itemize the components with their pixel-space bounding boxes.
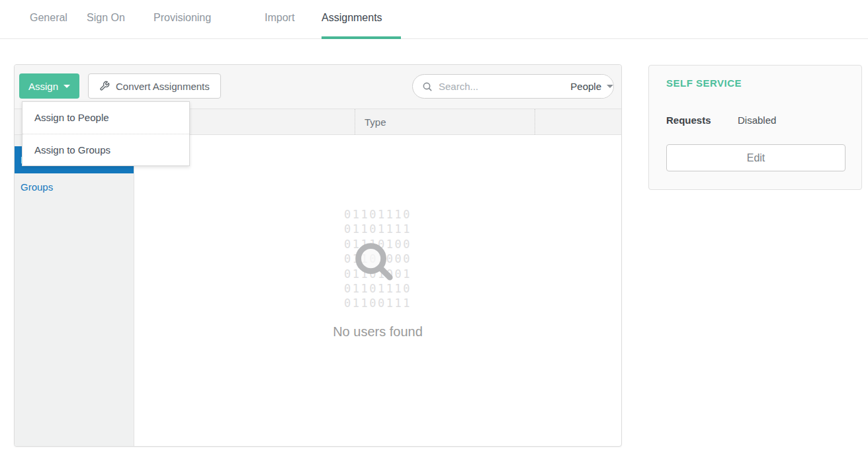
tabs-divider [0, 38, 868, 39]
binary-art-line: 01101110 [134, 207, 621, 222]
column-divider [355, 109, 355, 134]
sidebar-item-groups[interactable]: Groups [15, 173, 134, 201]
assignments-page: General Sign On Provisioning Import Assi… [0, 0, 868, 454]
assignments-filter-sidebar: People Groups [15, 135, 134, 446]
search-icon [422, 81, 433, 92]
search-filter-label: People [570, 81, 601, 92]
convert-assignments-button[interactable]: Convert Assignments [88, 73, 221, 99]
requests-value: Disabled [738, 114, 776, 126]
tab-general[interactable]: General [30, 12, 67, 24]
edit-button[interactable]: Edit [666, 144, 846, 171]
tab-assignments[interactable]: Assignments [322, 12, 382, 24]
binary-art-line: 01100111 [134, 296, 621, 310]
search-control: People [412, 74, 614, 99]
column-divider [535, 109, 535, 134]
assign-dropdown-menu: Assign to People Assign to Groups [22, 101, 190, 166]
menu-item-assign-to-people[interactable]: Assign to People [22, 102, 189, 134]
tab-sign-on[interactable]: Sign On [87, 12, 125, 24]
self-service-panel: SELF SERVICE Requests Disabled Edit [648, 65, 862, 190]
assign-button[interactable]: Assign [19, 73, 79, 99]
tab-import[interactable]: Import [265, 12, 294, 24]
tab-provisioning[interactable]: Provisioning [153, 12, 211, 24]
column-header-type: Type [365, 109, 386, 134]
chevron-down-icon [607, 85, 613, 88]
empty-state-message: No users found [134, 324, 621, 340]
magnifier-empty-state-icon [351, 238, 397, 285]
search-input[interactable] [439, 81, 570, 92]
convert-assignments-label: Convert Assignments [116, 81, 210, 92]
binary-art-line: 01101111 [134, 222, 621, 236]
chevron-down-icon [64, 85, 70, 88]
self-service-title: SELF SERVICE [666, 77, 742, 89]
active-tab-underline [322, 36, 401, 39]
assign-button-label: Assign [28, 81, 58, 92]
wrench-icon [99, 81, 110, 91]
search-field-wrap [413, 75, 570, 98]
search-filter-dropdown[interactable]: People [570, 75, 613, 98]
requests-label: Requests [666, 114, 711, 126]
menu-item-assign-to-groups[interactable]: Assign to Groups [22, 134, 189, 165]
